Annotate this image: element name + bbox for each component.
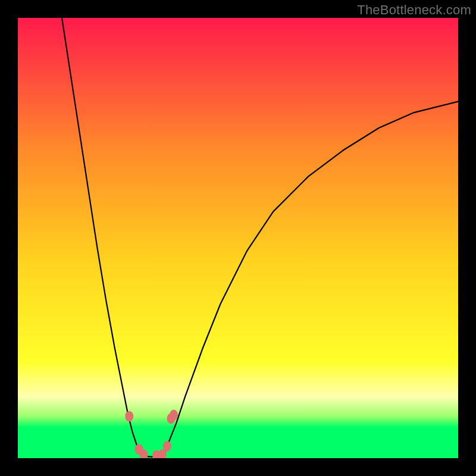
gradient-background xyxy=(18,18,458,458)
bottleneck-chart xyxy=(18,18,458,458)
data-marker xyxy=(170,410,178,421)
data-marker xyxy=(125,411,133,422)
watermark-text: TheBottleneck.com xyxy=(357,2,471,18)
data-marker xyxy=(163,441,171,452)
plot-frame xyxy=(18,18,458,458)
